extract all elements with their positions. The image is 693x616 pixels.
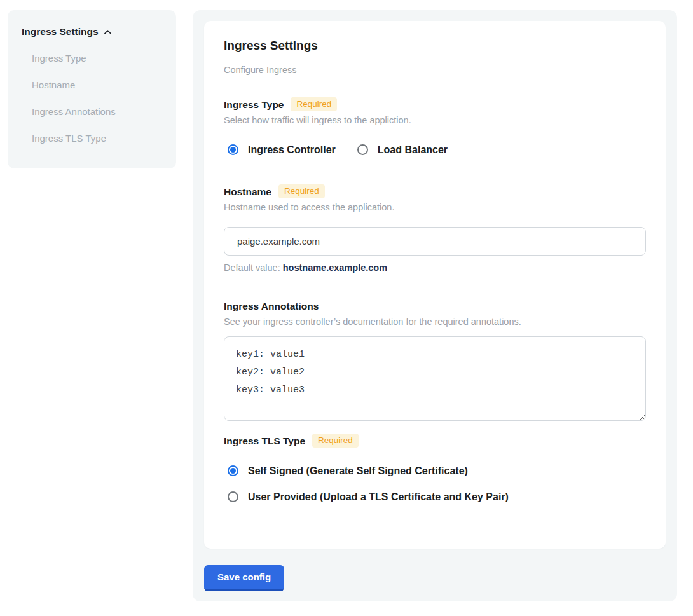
- radio-icon: [228, 491, 238, 502]
- radio-label: Ingress Controller: [248, 143, 336, 156]
- required-badge: Required: [291, 97, 337, 111]
- sidebar-item-ingress-annotations[interactable]: Ingress Annotations: [32, 106, 176, 118]
- field-ingress-tls-type: Ingress TLS Type Required Self Signed (G…: [224, 434, 646, 503]
- settings-sidebar: Ingress Settings Ingress Type Hostname I…: [8, 10, 176, 168]
- hostname-description: Hostname used to access the application.: [224, 202, 646, 214]
- tls-type-radio-group: Self Signed (Generate Self Signed Certif…: [228, 464, 646, 503]
- annotations-label: Ingress Annotations: [224, 299, 319, 313]
- annotations-description: See your ingress controller’s documentat…: [224, 316, 646, 328]
- required-badge: Required: [312, 434, 359, 448]
- chevron-up-icon: [103, 27, 113, 37]
- radio-icon: [228, 465, 238, 476]
- ingress-type-radio-group: Ingress Controller Load Balancer: [228, 143, 646, 156]
- radio-option-ingress-controller[interactable]: Ingress Controller: [228, 143, 336, 156]
- sidebar-item-ingress-type[interactable]: Ingress Type: [32, 52, 176, 65]
- default-value-prefix: Default value:: [224, 263, 283, 273]
- sidebar-group-label: Ingress Settings: [22, 25, 99, 38]
- radio-icon: [228, 144, 238, 155]
- hostname-default-value: Default value: hostname.example.com: [224, 262, 646, 274]
- radio-option-self-signed[interactable]: Self Signed (Generate Self Signed Certif…: [228, 464, 646, 477]
- radio-label: Load Balancer: [378, 143, 448, 156]
- field-hostname: Hostname Required Hostname used to acces…: [224, 184, 646, 274]
- tls-type-label: Ingress TLS Type: [224, 434, 305, 448]
- required-badge: Required: [278, 184, 325, 198]
- hostname-input[interactable]: [224, 227, 646, 256]
- annotations-textarea[interactable]: key1: value1 key2: value2 key3: value3: [224, 336, 646, 421]
- radio-option-load-balancer[interactable]: Load Balancer: [357, 143, 448, 156]
- radio-label: User Provided (Upload a TLS Certificate …: [248, 490, 509, 503]
- field-ingress-type: Ingress Type Required Select how traffic…: [224, 97, 646, 156]
- card-subtitle: Configure Ingress: [224, 64, 646, 76]
- radio-label: Self Signed (Generate Self Signed Certif…: [248, 464, 468, 477]
- ingress-type-description: Select how traffic will ingress to the a…: [224, 114, 646, 127]
- field-ingress-annotations: Ingress Annotations See your ingress con…: [224, 299, 646, 421]
- ingress-settings-card: Ingress Settings Configure Ingress Ingre…: [204, 21, 666, 549]
- default-value-text: hostname.example.com: [283, 263, 387, 273]
- ingress-type-label: Ingress Type: [224, 98, 284, 111]
- card-title: Ingress Settings: [224, 39, 646, 53]
- settings-panel: Ingress Settings Configure Ingress Ingre…: [193, 10, 677, 601]
- radio-option-user-provided[interactable]: User Provided (Upload a TLS Certificate …: [228, 490, 646, 503]
- sidebar-item-hostname[interactable]: Hostname: [32, 79, 176, 92]
- sidebar-items: Ingress Type Hostname Ingress Annotation…: [32, 52, 176, 145]
- radio-icon: [357, 144, 368, 155]
- sidebar-item-ingress-tls-type[interactable]: Ingress TLS Type: [32, 132, 176, 145]
- save-config-button[interactable]: Save config: [204, 565, 284, 591]
- hostname-label: Hostname: [224, 185, 271, 198]
- sidebar-group-ingress-settings[interactable]: Ingress Settings: [22, 25, 176, 38]
